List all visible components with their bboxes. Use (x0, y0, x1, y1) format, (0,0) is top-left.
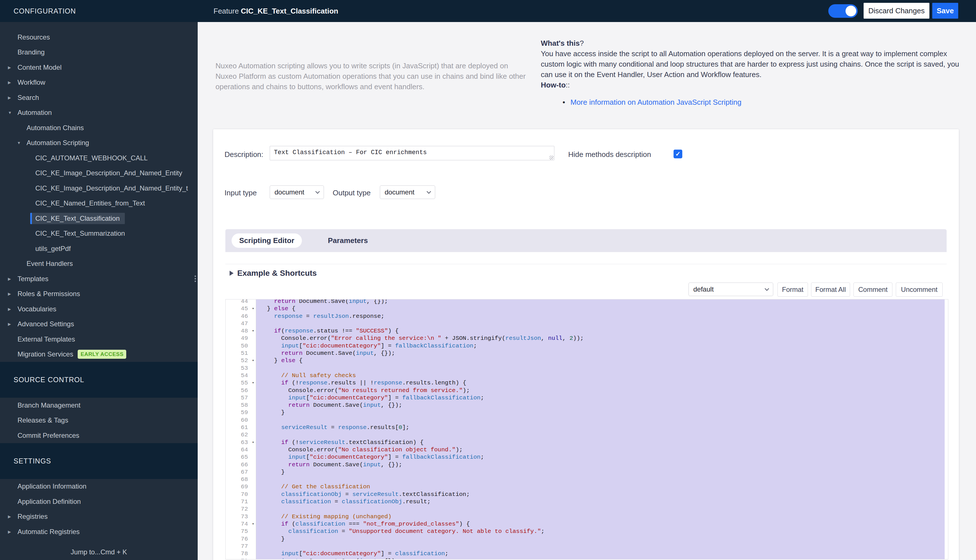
code-text[interactable] (256, 320, 945, 327)
code-text[interactable] (256, 365, 945, 372)
sidebar-item-application-information[interactable]: Application Information (0, 479, 198, 494)
code-text[interactable]: Console.error("No classification object … (256, 446, 945, 453)
sidebar-item-registries[interactable]: ▶Registries (0, 509, 198, 525)
code-text[interactable]: return Document.Save(input, {}); (256, 402, 945, 409)
code-text[interactable]: input["cic:documentCategory"] = fallback… (256, 342, 945, 350)
chevron-collapsed-icon[interactable]: ▶ (8, 277, 18, 281)
tab-parameters[interactable]: Parameters (328, 229, 368, 252)
code-text[interactable]: return Document.Save(input, {}); (256, 350, 945, 357)
code-text[interactable]: Console.error("Error calling the service… (256, 335, 945, 342)
hide-methods-description-checkbox[interactable]: ✓ (674, 150, 682, 158)
sidebar-item-commit-preferences[interactable]: Commit Preferences (0, 428, 198, 443)
code-text[interactable]: // Get the classification (256, 483, 945, 490)
format-all-button[interactable]: Format All (811, 283, 850, 297)
code-text[interactable]: } else { (256, 305, 945, 312)
code-text[interactable] (256, 505, 945, 513)
code-text[interactable]: classification = classificationObj.resul… (256, 498, 945, 505)
sidebar-item-cic-ke-text-classification[interactable]: CIC_KE_Text_Classification (0, 211, 198, 226)
chevron-expanded-icon[interactable]: ▼ (17, 140, 27, 145)
chevron-collapsed-icon[interactable]: ▶ (8, 292, 18, 296)
fold-toggle-icon[interactable]: ▾ (252, 379, 254, 387)
sidebar-item-resources[interactable]: Resources (0, 30, 198, 45)
sidebar-item-utils-getpdf[interactable]: utils_getPdf (0, 241, 198, 256)
sidebar-item-releases-tags[interactable]: Releases & Tags (0, 413, 198, 428)
fold-toggle-icon[interactable]: ▾ (252, 520, 254, 528)
input-type-select[interactable]: document (270, 185, 324, 199)
format-button[interactable]: Format (777, 283, 808, 297)
description-input[interactable]: Text Classification – For CIC enrichment… (270, 146, 554, 160)
sidebar-item-vocabularies[interactable]: ▶Vocabularies (0, 302, 198, 317)
sidebar-item-templates[interactable]: ▶Templates (0, 271, 198, 287)
comment-button[interactable]: Comment (853, 283, 893, 297)
fold-toggle-icon[interactable]: ▾ (252, 357, 254, 364)
sidebar-item-automation[interactable]: ▼Automation (0, 105, 198, 120)
code-text[interactable] (256, 431, 945, 438)
sidebar-item-automation-scripting[interactable]: ▼Automation Scripting (0, 135, 198, 151)
sidebar-scroll-area[interactable]: ResourcesBranding▶Content Model▶Workflow… (0, 22, 198, 560)
code-preset-select[interactable]: default (689, 283, 773, 296)
chevron-expanded-icon[interactable]: ▼ (8, 110, 18, 115)
sidebar-item-workflow[interactable]: ▶Workflow (0, 75, 198, 90)
code-text[interactable]: input["cic:documentCategory"] = fallback… (256, 453, 945, 461)
sidebar-item-automatic-registries[interactable]: ▶Automatic Registries (0, 524, 198, 539)
tab-scripting-editor[interactable]: Scripting Editor (232, 233, 302, 248)
sidebar-item-cic-ke-named-entities-from-text[interactable]: CIC_KE_Named_Entities_from_Text (0, 196, 198, 211)
sidebar-item-external-templates[interactable]: External Templates (0, 332, 198, 347)
chevron-collapsed-icon[interactable]: ▶ (8, 307, 18, 311)
code-text[interactable]: } (256, 468, 945, 476)
fold-toggle-icon[interactable]: ▾ (252, 439, 254, 446)
code-text[interactable]: } (256, 535, 945, 543)
uncomment-button[interactable]: Uncomment (896, 283, 943, 297)
discard-changes-button[interactable]: Discard Changes (864, 3, 929, 18)
fold-toggle-icon[interactable]: ▾ (252, 327, 254, 335)
code-text[interactable]: classification = "Unsupported document c… (256, 528, 945, 535)
sidebar-item-cic-ke-image-description-and-named-entity[interactable]: CIC_KE_Image_Description_And_Named_Entit… (0, 166, 198, 181)
code-editor[interactable]: 44 return Document.Save(input, {});45▾ }… (225, 299, 948, 560)
sidebar-item-roles-permissions[interactable]: ▶Roles & Permissions (0, 287, 198, 302)
jump-to-shortcut-hint[interactable]: Jump to...Cmd + K (0, 548, 198, 556)
feature-enabled-toggle[interactable] (828, 4, 858, 18)
chevron-collapsed-icon[interactable]: ▶ (8, 65, 18, 70)
example-shortcuts-collapsible[interactable]: Example & Shortcuts (225, 267, 317, 280)
automation-scripting-doc-link[interactable]: More information on Automation JavaScrip… (571, 98, 742, 107)
code-text[interactable]: // Null safety checks (256, 372, 945, 379)
sidebar-item-event-handlers[interactable]: Event Handlers (0, 256, 198, 272)
sidebar-item-content-model[interactable]: ▶Content Model (0, 60, 198, 75)
chevron-collapsed-icon[interactable]: ▶ (8, 530, 18, 534)
code-text[interactable]: input["cic:documentCategory"] = fallback… (256, 394, 945, 402)
code-text[interactable]: serviceResult = response.results[0]; (256, 424, 945, 431)
code-text[interactable]: if (!response.results || !response.resul… (256, 379, 945, 387)
chevron-collapsed-icon[interactable]: ▶ (8, 80, 18, 85)
sidebar-item-automation-chains[interactable]: Automation Chains (0, 120, 198, 135)
sidebar-item-application-definition[interactable]: Application Definition (0, 494, 198, 509)
sidebar-item-advanced-settings[interactable]: ▶Advanced Settings (0, 317, 198, 332)
code-text[interactable] (256, 476, 945, 483)
code-text[interactable]: response = resultJson.response; (256, 313, 945, 320)
fold-toggle-icon[interactable]: ▾ (252, 305, 254, 312)
code-text[interactable]: if (!serviceResult.textClassification) { (256, 439, 945, 446)
save-button[interactable]: Save (932, 3, 958, 18)
chevron-collapsed-icon[interactable]: ▶ (8, 322, 18, 326)
code-text[interactable]: classificationObj = serviceResult.textCl… (256, 491, 945, 498)
code-text[interactable]: input = Document.Save(input, {}); (256, 557, 945, 560)
code-text[interactable] (256, 417, 945, 424)
sidebar-item-branch-management[interactable]: Branch Management (0, 398, 198, 413)
code-text[interactable]: return Document.Save(input, {}); (256, 461, 945, 468)
output-type-select[interactable]: document (380, 185, 435, 199)
code-text[interactable]: } else { (256, 357, 945, 364)
code-text[interactable]: } (256, 409, 945, 416)
code-text[interactable]: input["cic:documentCategory"] = classifi… (256, 550, 945, 557)
sidebar-item-cic-ke-text-summarization[interactable]: CIC_KE_Text_Summarization (0, 226, 198, 241)
sidebar-item-cic-automate-webhook-call[interactable]: CIC_AUTOMATE_WEBHOOK_CALL (0, 150, 198, 166)
sidebar-resize-handle-icon[interactable] (195, 274, 196, 283)
code-text[interactable]: // Existing mapping (unchanged) (256, 513, 945, 520)
code-text[interactable]: Console.error("No results returned from … (256, 387, 945, 394)
sidebar-item-migration-services[interactable]: Migration ServicesEARLY ACCESS (0, 347, 198, 362)
code-text[interactable]: if (classification === "not_from_provide… (256, 520, 945, 528)
code-text[interactable]: return Document.Save(input, {}); (256, 299, 945, 305)
chevron-collapsed-icon[interactable]: ▶ (8, 95, 18, 100)
sidebar-item-branding[interactable]: Branding (0, 45, 198, 60)
code-text[interactable]: if(response.status !== "SUCCESS") { (256, 327, 945, 335)
sidebar-item-cic-ke-image-description-and-named-entity-t[interactable]: CIC_KE_Image_Description_And_Named_Entit… (0, 181, 198, 196)
sidebar-item-search[interactable]: ▶Search (0, 90, 198, 105)
